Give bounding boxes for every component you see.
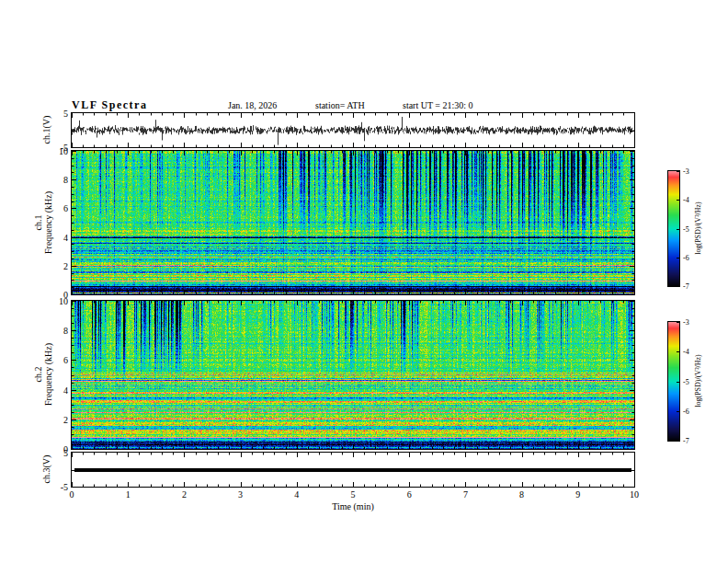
ch1-voltage-axis-label: ch.1(V)	[41, 116, 51, 144]
x-tick-label: 7	[463, 489, 468, 500]
ch1-waveform-plot	[71, 112, 635, 148]
x-tick-label: 4	[294, 489, 299, 500]
colorbar-ch2	[667, 321, 680, 442]
ch2-frequency-axis-label: ch.2 Frequency (kHz)	[33, 343, 53, 406]
ch2-frequency-axis-label-line2: Frequency (kHz)	[43, 343, 53, 406]
ch1-frequency-axis-label: ch.1 Frequency (kHz)	[33, 191, 53, 254]
colorbar2-label: log(PSD)/(V²/Hz)	[694, 354, 702, 408]
x-tick-label: 3	[238, 489, 243, 500]
spec2-y-tick-label: 6	[63, 355, 68, 365]
x-tick-label: 6	[407, 489, 412, 500]
cbar1-tick-label: -6	[683, 252, 689, 262]
cbar2-tick-label: -7	[683, 436, 689, 446]
ch1-spectrogram	[71, 150, 635, 295]
spec1-y-tick-label: 6	[63, 203, 68, 213]
spec2-y-tick-label: 8	[63, 326, 68, 336]
spec2-y-tick-label: 2	[63, 414, 68, 424]
colorbar1-label: log(PSD)/(V²/Hz)	[694, 201, 702, 255]
ch2-spectrogram	[71, 300, 635, 450]
spec2-y-tick-label: 10	[59, 296, 68, 306]
ch1-frequency-axis-label-line1: ch.1	[33, 191, 43, 254]
x-tick-label: 9	[575, 489, 580, 500]
start-ut-label: start UT = 21:30: 0	[403, 100, 473, 110]
wave1-y-tick-label: 5	[63, 109, 68, 119]
cbar1-tick-label: -4	[683, 195, 689, 205]
cbar2-tick-label: -4	[683, 347, 689, 357]
time-axis-label: Time (min)	[332, 501, 373, 511]
cbar1-tick-label: -5	[683, 224, 689, 234]
figure-title: VLF Spectra	[72, 98, 147, 112]
spec1-y-tick-label: 4	[63, 232, 68, 242]
ch3-voltage-axis-label: ch.3(V)	[41, 455, 51, 484]
cbar1-tick-label: -3	[683, 167, 689, 177]
vlf-spectra-figure: VLF Spectra Jan. 18, 2026 station= ATH s…	[0, 0, 728, 563]
x-tick-label: 2	[182, 489, 187, 500]
ch2-frequency-axis-label-line1: ch.2	[33, 343, 43, 406]
x-tick-label: 5	[351, 489, 356, 500]
spec1-y-tick-label: 2	[63, 260, 68, 270]
ch1-frequency-axis-label-line2: Frequency (kHz)	[43, 191, 53, 254]
date-label: Jan. 18, 2026	[228, 100, 277, 110]
x-tick-label: 8	[519, 489, 524, 500]
cbar2-tick-label: -6	[683, 406, 689, 416]
station-label: station= ATH	[315, 100, 365, 110]
cbar2-tick-label: -3	[683, 317, 689, 327]
cbar1-tick-label: -7	[683, 282, 689, 292]
spec2-y-tick-label: 0	[63, 444, 68, 454]
spec1-y-tick-label: 8	[63, 175, 68, 185]
x-tick-label: 1	[126, 489, 131, 500]
spec1-y-tick-label: 10	[59, 146, 68, 156]
ch3-waveform-plot	[71, 452, 635, 488]
colorbar-ch1	[667, 170, 680, 287]
wave3-y-tick-label: -5	[61, 482, 68, 492]
x-tick-label: 0	[70, 489, 74, 500]
cbar2-tick-label: -5	[683, 376, 689, 386]
x-tick-label: 10	[630, 489, 639, 500]
spec2-y-tick-label: 4	[63, 385, 68, 395]
